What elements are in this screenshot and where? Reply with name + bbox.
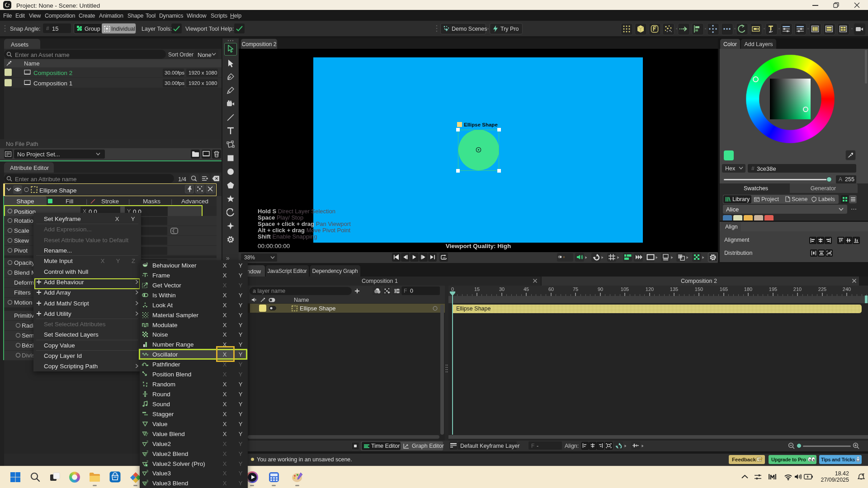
svg-text:2: 2 bbox=[146, 441, 148, 443]
svg-text:0: 0 bbox=[563, 256, 565, 258]
svg-text:2: 2 bbox=[146, 450, 148, 453]
svg-text:3: 3 bbox=[146, 480, 148, 483]
svg-text:2: 2 bbox=[146, 460, 148, 463]
svg-text:3: 3 bbox=[146, 470, 148, 473]
